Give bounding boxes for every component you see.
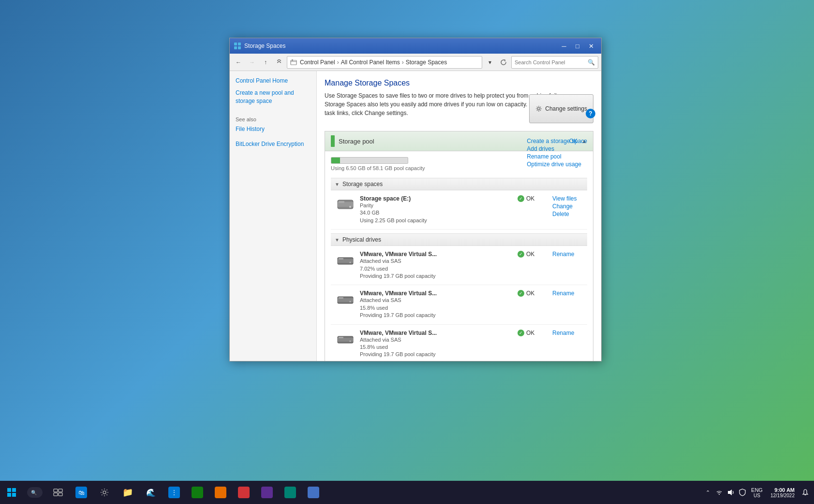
storage-spaces-title: Storage spaces <box>342 181 383 187</box>
app6-taskbar-button[interactable] <box>302 481 325 504</box>
security-icon[interactable] <box>738 488 747 497</box>
svg-rect-2 <box>234 46 237 49</box>
drive-2-connection: Attached via SAS <box>360 297 502 304</box>
svg-point-32 <box>103 491 106 494</box>
maximize-button[interactable]: □ <box>571 41 584 51</box>
drive-2-status-text: OK <box>526 290 534 297</box>
drive-2-name: VMware, VMware Virtual S... <box>360 290 502 297</box>
network-wifi-icon <box>715 489 723 496</box>
svg-rect-30 <box>54 493 58 496</box>
notification-icon[interactable] <box>800 488 810 497</box>
svg-rect-22 <box>339 337 343 338</box>
sidebar-item-file-history[interactable]: File History <box>236 126 265 132</box>
rename-pool-link[interactable]: Rename pool <box>527 153 587 160</box>
svg-rect-3 <box>238 46 241 49</box>
breadcrumb-all-items[interactable]: All Control Panel Items <box>341 59 400 66</box>
desktop: Storage Spaces ─ □ ✕ ← → ↑ Control Pane <box>0 0 814 504</box>
drive-item-3: VMware, VMware Virtual S... Attached via… <box>331 325 587 361</box>
drive-3-used: 15.8% used <box>360 344 502 351</box>
app6-icon <box>308 487 319 498</box>
space-view-files-link[interactable]: View files <box>552 195 581 202</box>
titlebar: Storage Spaces ─ □ ✕ <box>230 38 601 54</box>
svg-rect-11 <box>339 201 344 203</box>
space-type: Parity <box>360 202 502 209</box>
settings-icon <box>535 105 542 112</box>
help-button[interactable]: ? <box>586 109 595 118</box>
pool-actions: Create a storage space Add drives Rename… <box>527 138 587 174</box>
app1-taskbar-button[interactable] <box>186 481 209 504</box>
minimize-button[interactable]: ─ <box>558 41 570 51</box>
app5-taskbar-button[interactable] <box>279 481 302 504</box>
space-size: 34.0 GB <box>360 209 502 216</box>
svg-rect-27 <box>12 493 16 497</box>
drive-3-status-icon: ✓ <box>518 330 524 336</box>
search-icon[interactable]: 🔍 <box>588 59 595 66</box>
drive-3-capacity: Providing 19.7 GB pool capacity <box>360 351 502 358</box>
up-button[interactable]: ↑ <box>260 57 271 68</box>
drive-1-used: 7.02% used <box>360 265 502 273</box>
drive-1-capacity: Providing 19.7 GB pool capacity <box>360 273 502 280</box>
sidebar-item-bitlocker[interactable]: BitLocker Drive Encryption <box>236 141 304 147</box>
start-button[interactable] <box>0 481 23 504</box>
search-input[interactable] <box>515 59 588 65</box>
forward-button[interactable]: → <box>246 57 258 68</box>
settings-taskbar-button[interactable] <box>93 481 116 504</box>
file-explorer-taskbar-button[interactable]: 📁 <box>116 481 139 504</box>
taskbar-systray: ⌃ ENG US <box>703 481 814 504</box>
app5-icon <box>284 487 296 498</box>
vscode-taskbar-button[interactable]: ⋮ <box>163 481 186 504</box>
space-name: Storage space (E:) <box>360 195 502 202</box>
svg-point-23 <box>350 340 351 342</box>
sidebar-item-home[interactable]: Control Panel Home <box>236 77 311 85</box>
refresh-button[interactable] <box>498 57 509 68</box>
add-drives-link[interactable]: Add drives <box>527 145 587 152</box>
volume-icon[interactable] <box>726 488 736 497</box>
close-button[interactable]: ✕ <box>585 41 597 51</box>
dropdown-button[interactable]: ▾ <box>484 57 496 68</box>
breadcrumb-storage-spaces[interactable]: Storage Spaces <box>406 59 447 66</box>
settings-taskbar-icon <box>99 487 110 498</box>
space-change-link[interactable]: Change <box>552 203 581 210</box>
edge-taskbar-button[interactable]: 🌊 <box>139 481 163 504</box>
space-delete-link[interactable]: Delete <box>552 211 581 217</box>
recent-locations-button[interactable] <box>273 57 285 68</box>
search-box[interactable]: 🔍 <box>511 56 598 69</box>
drive-1-status: ✓ OK <box>518 251 547 258</box>
change-settings-button[interactable]: Change settings <box>529 94 593 123</box>
create-storage-space-link[interactable]: Create a storage space <box>527 138 587 144</box>
search-taskbar-button[interactable]: 🔍 <box>23 481 46 504</box>
app2-taskbar-button[interactable] <box>209 481 232 504</box>
app4-taskbar-button[interactable] <box>255 481 279 504</box>
breadcrumb-control-panel[interactable]: Control Panel <box>300 59 335 66</box>
drive-3-rename-link[interactable]: Rename <box>552 330 581 336</box>
physical-drives-header[interactable]: ▼ Physical drives <box>331 233 587 246</box>
store-app-button[interactable]: 🛍 <box>70 481 93 504</box>
svg-marker-33 <box>728 490 732 495</box>
drive-2-rename-link[interactable]: Rename <box>552 290 581 297</box>
pool-details: Using 6.50 GB of 58.1 GB pool capacity C… <box>325 151 593 361</box>
drive-1-rename-link[interactable]: Rename <box>552 251 581 258</box>
main-content: Manage Storage Spaces Use Storage Spaces… <box>317 71 601 361</box>
addressbar: ← → ↑ Control Panel › All Control Panel … <box>230 54 601 71</box>
drive-1-connection: Attached via SAS <box>360 258 502 265</box>
storage-spaces-chevron: ▼ <box>335 182 340 187</box>
network-icon[interactable] <box>714 488 724 497</box>
window-title: Storage Spaces <box>244 43 558 49</box>
drive-3-connection: Attached via SAS <box>360 336 502 344</box>
language-indicator[interactable]: ENG US <box>749 487 765 498</box>
address-path[interactable]: Control Panel › All Control Panel Items … <box>287 56 482 69</box>
sidebar-item-create[interactable]: Create a new pool and storage space <box>236 89 311 105</box>
clock-display[interactable]: 9:00 AM 12/19/2022 <box>767 487 799 498</box>
drive-1-status-icon: ✓ <box>518 251 524 258</box>
chevron-systray-button[interactable]: ⌃ <box>703 488 712 497</box>
svg-point-19 <box>350 301 351 302</box>
capacity-bar <box>331 157 408 164</box>
drive-3-actions: Rename <box>552 330 581 336</box>
svg-rect-0 <box>234 43 237 45</box>
back-button[interactable]: ← <box>233 57 244 68</box>
task-view-button[interactable] <box>46 481 70 504</box>
optimize-drive-link[interactable]: Optimize drive usage <box>527 161 587 168</box>
drive-1-actions: Rename <box>552 251 581 258</box>
storage-spaces-header[interactable]: ▼ Storage spaces <box>331 178 587 190</box>
app3-taskbar-button[interactable] <box>232 481 255 504</box>
